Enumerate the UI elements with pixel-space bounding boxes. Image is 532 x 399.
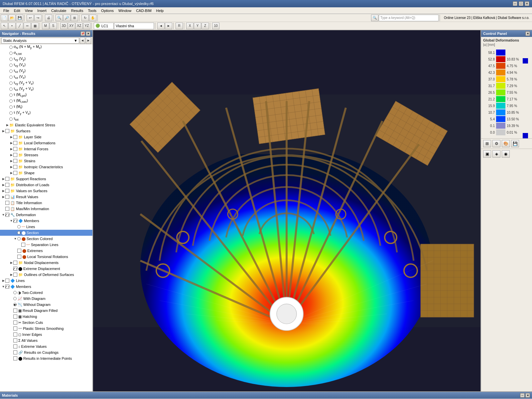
tree-stresses[interactable]: ▶ 📁 Stresses [0, 152, 92, 158]
check-extreme-val[interactable] [13, 344, 17, 348]
tree-deformation-group[interactable]: ▼ ✓ 🔧 Deformation [0, 212, 92, 218]
tree-result-filled[interactable]: ▦ Result Diagram Filled [0, 308, 92, 314]
check-isotropic[interactable] [13, 165, 17, 169]
pan-button[interactable]: ✋ [89, 15, 96, 21]
tree-all-values[interactable]: Σ All Values [0, 337, 92, 343]
tree-tau-tot[interactable]: τtot [0, 116, 92, 122]
radio-sigma-tot[interactable] [9, 52, 13, 55]
radio-tau-vyvz[interactable] [9, 111, 13, 115]
view-3d[interactable]: 3D [60, 23, 67, 29]
check-section-cuts[interactable] [13, 321, 17, 325]
nav-close-button[interactable]: ✕ [86, 31, 90, 36]
material-btn[interactable]: M [42, 23, 49, 29]
tree-tau-xz-vz[interactable]: τxz (Vz) [0, 74, 92, 80]
member-button[interactable]: ═ [24, 23, 31, 29]
check-all-values[interactable] [13, 338, 17, 342]
tree-strains[interactable]: ▶ 📁 Strains [0, 158, 92, 164]
tree-extreme-values[interactable]: ↕ Extreme Values [0, 343, 92, 349]
tree-tau-vyvz[interactable]: τ (Vy + Vz) [0, 110, 92, 116]
radio-lines[interactable] [17, 225, 21, 228]
check-internal[interactable] [13, 147, 17, 151]
zoom-all[interactable]: ⊞ [71, 15, 78, 21]
cp-settings-btn[interactable]: ⚙ [492, 140, 500, 147]
check-support[interactable] [5, 177, 9, 181]
check-couplings[interactable] [13, 350, 17, 354]
redo-button[interactable]: ↪ [34, 15, 42, 21]
bp-min-button[interactable]: ─ [520, 393, 525, 398]
cp-view-3[interactable]: ◉ [502, 150, 510, 158]
tree-values-surf[interactable]: ▶ 📁 Values on Surfaces [0, 188, 92, 194]
check-strains[interactable] [13, 159, 17, 163]
radio-two-colored[interactable] [13, 291, 17, 294]
menu-options[interactable]: Options [99, 8, 116, 13]
save-button[interactable]: 💾 [16, 15, 23, 21]
rotate-button[interactable]: ↻ [81, 15, 89, 21]
tree-sep-lines[interactable]: 〰 Separation Lines [0, 242, 92, 248]
loadcase-dropdown[interactable]: 🟢 LC1 [94, 23, 114, 29]
radio-tau-xy-vz[interactable] [9, 64, 13, 67]
tree-sigma-tot[interactable]: σx,tot [0, 50, 92, 56]
analysis-dropdown[interactable]: Static Analysis ▼ [1, 38, 79, 44]
tree-tau-xy-vy[interactable]: τxy (Vy) [0, 56, 92, 62]
tree-internal-forces[interactable]: ▶ 📁 Internal Forces [0, 146, 92, 152]
tree-members-def[interactable]: ▼ ✓ 🔷 Members [0, 218, 92, 224]
print-button[interactable]: 🖨 [45, 15, 52, 21]
minimize-button[interactable]: ─ [513, 1, 517, 6]
z-axis[interactable]: Z [201, 23, 209, 29]
zoom-in[interactable]: 🔍 [56, 15, 63, 21]
tree-local-torsional[interactable]: ⬤ Local Torsional Rotations [0, 254, 92, 260]
rotation-10[interactable]: 10 [212, 23, 219, 29]
radio-tau-xy-vy[interactable] [9, 58, 13, 61]
tree-layer-side[interactable]: ▶ 📁 Layer Side [0, 134, 92, 140]
tree-extremes[interactable]: ⬤ Extremes [0, 248, 92, 254]
expand-section-colored[interactable]: ▼ [13, 237, 17, 241]
tree-hatching[interactable]: ▦ Hatching [0, 314, 92, 320]
close-button[interactable]: ✕ [525, 1, 529, 6]
tree-tau-xz-vyvz[interactable]: τxz (Vy + Vz) [0, 86, 92, 92]
tree-shape[interactable]: ▶ 📁 Shape [0, 170, 92, 176]
check-nodal[interactable] [13, 261, 17, 265]
bp-close-button[interactable]: ✕ [525, 393, 530, 398]
radio-section-colored[interactable] [17, 237, 21, 240]
view-yz[interactable]: YZ [83, 23, 90, 29]
menu-tools[interactable]: Tools [86, 8, 98, 13]
node-button[interactable]: • [8, 23, 16, 29]
cp-view-1[interactable]: ▣ [483, 150, 491, 158]
menu-help[interactable]: Help [154, 8, 166, 13]
view-xz[interactable]: XZ [75, 23, 83, 29]
radio-tau-tot[interactable] [9, 117, 13, 121]
radio-without-diagram[interactable]: ● [13, 303, 17, 306]
result-display-btn[interactable]: R [176, 23, 183, 29]
tree-section-item[interactable]: ● ⬤ Section [0, 230, 92, 236]
tree-isotropic[interactable]: ▶ 📁 Isotropic Characteristics [0, 164, 92, 170]
section-btn[interactable]: S [50, 23, 57, 29]
x-axis[interactable]: X [186, 23, 194, 29]
line-button[interactable]: ╱ [16, 23, 23, 29]
tree-nodal-displ[interactable]: ▶ 📁 Nodal Displacements [0, 260, 92, 266]
check-plastic[interactable] [13, 327, 17, 331]
check-members-def[interactable]: ✓ [13, 219, 17, 223]
view-xy[interactable]: XY [68, 23, 75, 29]
check-stresses[interactable] [13, 153, 17, 157]
tree-section-colored[interactable]: ▼ ⬤ Section Colored [0, 236, 92, 242]
menu-window[interactable]: Window [116, 8, 133, 13]
check-hatching[interactable] [13, 315, 17, 319]
loadname-dropdown[interactable]: Vlastní tíha [114, 23, 154, 29]
tree-sigma-n[interactable]: σN (N + My + Mz) [0, 44, 92, 50]
select-button[interactable]: ↖ [1, 23, 8, 29]
radio-tau-mt-sec[interactable] [9, 99, 13, 103]
radio-tau-xz-vy[interactable] [9, 69, 13, 73]
menu-results[interactable]: Results [69, 8, 85, 13]
check-result-filled[interactable] [13, 309, 17, 313]
new-button[interactable]: 📄 [1, 15, 8, 21]
blue-bottom-button[interactable] [523, 133, 528, 138]
radio-tau-xz-vyvz[interactable] [9, 87, 13, 91]
menu-edit[interactable]: Edit [12, 8, 22, 13]
tree-members-group[interactable]: ▼ ✓ 🔷 Members [0, 284, 92, 290]
tree-support-react[interactable]: ▶ 📁 Support Reactions [0, 176, 92, 182]
check-torsional[interactable] [17, 255, 21, 259]
check-extremes[interactable] [17, 249, 21, 253]
tree-tau-mt-sec[interactable]: τ (Mt,sec) [0, 98, 92, 104]
check-local-def[interactable] [13, 141, 17, 145]
tree-tau-mt[interactable]: τ (Mt) [0, 104, 92, 110]
